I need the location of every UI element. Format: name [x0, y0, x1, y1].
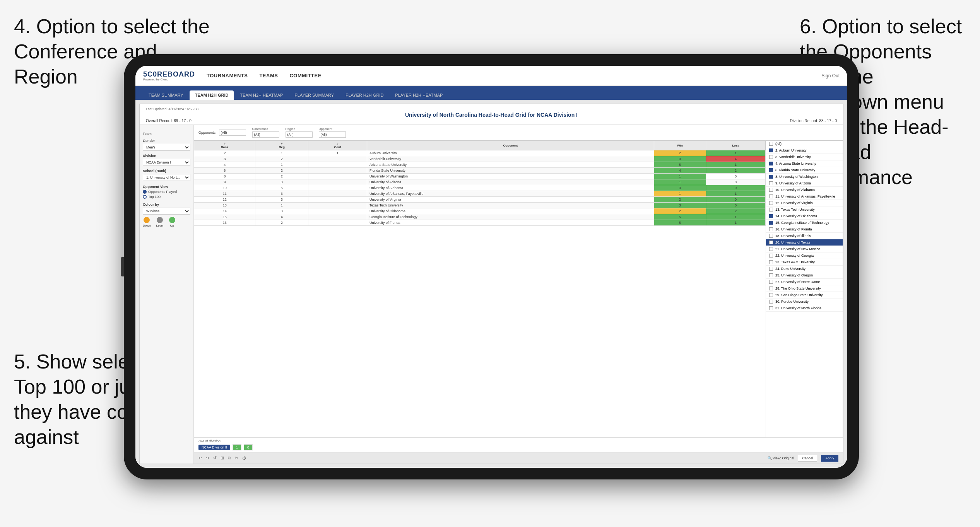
cell-rank: 3 [194, 156, 255, 162]
cell-loss: 0 [706, 203, 765, 208]
cell-win: 4 [654, 168, 706, 174]
dropdown-item[interactable]: 31. University of North Florida [766, 305, 843, 312]
dropdown-item[interactable]: 6. Florida State University [766, 167, 843, 174]
cell-opponent: University of Washington [367, 174, 654, 179]
cell-opponent: University of Alabama [367, 185, 654, 191]
dropdown-item[interactable]: 9. University of Arizona [766, 180, 843, 187]
top-100-radio[interactable]: Top 100 [143, 195, 190, 199]
cell-conf: 1 [308, 150, 367, 156]
tab-player-h2h-heatmap[interactable]: PLAYER H2H HEATMAP [390, 90, 448, 100]
dropdown-checkbox [769, 155, 773, 159]
tab-team-h2h-heatmap[interactable]: TEAM H2H HEATMAP [234, 90, 288, 100]
top-nav-items: TOURNAMENTS TEAMS COMMITTEE [207, 71, 821, 80]
cell-win: 1 [654, 174, 706, 179]
dropdown-item[interactable]: 10. University of Alabama [766, 187, 843, 193]
clock-icon[interactable]: ⏱ [242, 456, 246, 460]
table-row: 11 6 University of Arkansas, Fayettevill… [194, 191, 766, 197]
undo-icon[interactable]: ↩ [198, 455, 202, 460]
dropdown-item[interactable]: 11. University of Arkansas, Fayetteville [766, 193, 843, 200]
dropdown-item[interactable]: 13. Texas Tech University [766, 206, 843, 213]
main-content: Last Updated: 4/11/2024 16:55:38 Univers… [135, 100, 847, 468]
dropdown-item[interactable]: 22. University of Georgia [766, 252, 843, 259]
cell-conf [308, 197, 367, 203]
dropdown-checkbox [769, 148, 773, 152]
top-100-dot [143, 195, 147, 199]
cell-loss: 1 [706, 220, 765, 226]
cell-conf [308, 174, 367, 179]
nav-teams[interactable]: TEAMS [259, 71, 278, 80]
dropdown-item[interactable]: 12. University of Virginia [766, 200, 843, 206]
cell-rank: 10 [194, 185, 255, 191]
dropdown-item[interactable]: 20. University of Texas [766, 239, 843, 246]
legend: Down Level Up [143, 217, 190, 227]
cell-reg: 4 [255, 214, 308, 220]
dropdown-item-label: 2. Auburn University [775, 148, 807, 152]
apply-button[interactable]: Apply [821, 455, 838, 462]
opponents-filter-select[interactable]: (All) [219, 130, 246, 136]
tab-team-summary[interactable]: TEAM SUMMARY [143, 90, 189, 100]
dropdown-item-label: 23. Texas A&M University [775, 260, 815, 264]
cell-rank: 6 [194, 168, 255, 174]
dropdown-item-label: 13. Texas Tech University [775, 208, 815, 211]
colour-select[interactable]: Win/loss [143, 208, 190, 215]
dropdown-item[interactable]: 18. University of Illinois [766, 233, 843, 239]
opponent-dropdown[interactable]: (All)2. Auburn University3. Vanderbilt U… [766, 140, 843, 437]
cell-conf [308, 162, 367, 168]
conference-filter-group: Conference (All) [252, 127, 279, 138]
nav-tournaments[interactable]: TOURNAMENTS [207, 71, 248, 80]
team-label: Team [143, 132, 190, 136]
cell-reg: 5 [255, 185, 308, 191]
dropdown-item[interactable]: 30. Purdue University [766, 298, 843, 305]
tablet-frame: 5C0REBOARD Powered by Cloud TOURNAMENTS … [124, 54, 859, 479]
sign-out-link[interactable]: Sign Out [821, 73, 840, 78]
out-div-row: NCAA Division II 1 0 [198, 444, 838, 450]
dropdown-item[interactable]: 25. University of Oregon [766, 272, 843, 279]
paste-icon[interactable]: ⧉ [228, 455, 231, 460]
dropdown-item[interactable]: 15. Georgia Institute of Technology [766, 220, 843, 226]
division-select[interactable]: NCAA Division I [143, 159, 190, 166]
division-label: Division [143, 154, 190, 158]
dropdown-item[interactable]: 14. University of Oklahoma [766, 213, 843, 220]
dropdown-item[interactable]: 24. Duke University [766, 266, 843, 272]
cancel-button[interactable]: Cancel [798, 455, 817, 462]
dropdown-item[interactable]: 27. University of Notre Dame [766, 279, 843, 285]
copy-icon[interactable]: ⊞ [221, 455, 224, 460]
opponents-played-radio[interactable]: Opponents Played [143, 190, 190, 194]
cell-opponent: University of Oklahoma [367, 208, 654, 214]
dropdown-item[interactable]: 29. San Diego State University [766, 292, 843, 298]
col-win: Win [654, 141, 706, 150]
refresh-icon[interactable]: ↺ [213, 455, 217, 460]
dropdown-item[interactable]: 3. Vanderbilt University [766, 154, 843, 160]
nav-committee[interactable]: COMMITTEE [289, 71, 322, 80]
tab-player-summary[interactable]: PLAYER SUMMARY [289, 90, 339, 100]
opponents-played-label: Opponents Played [148, 190, 177, 194]
redo-icon[interactable]: ↪ [206, 455, 209, 460]
scissors-icon[interactable]: ✂ [235, 455, 238, 460]
tab-team-h2h-grid[interactable]: TEAM H2H GRID [190, 90, 234, 100]
table-body: 2 1 1 Auburn University 2 1 3 2 Vanderbi… [194, 150, 766, 226]
dropdown-item[interactable]: 23. Texas A&M University [766, 259, 843, 266]
dropdown-item[interactable]: 4. Arizona State University [766, 160, 843, 167]
cell-win: 5 [654, 162, 706, 168]
school-select[interactable]: 1. University of Nort... [143, 174, 190, 181]
dropdown-checkbox [769, 254, 773, 258]
dropdown-item[interactable]: 8. University of Washington [766, 174, 843, 180]
gender-select[interactable]: Men's [143, 144, 190, 151]
tab-player-h2h-grid[interactable]: PLAYER H2H GRID [340, 90, 389, 100]
dropdown-item-label: 20. University of Texas [775, 240, 810, 244]
dropdown-item-label: 9. University of Arizona [775, 181, 811, 185]
dropdown-item[interactable]: 28. The Ohio State University [766, 285, 843, 292]
dropdown-item[interactable]: 2. Auburn University [766, 147, 843, 154]
table-row: 6 2 Florida State University 4 2 [194, 168, 766, 174]
logo-text: 5C0REBOARD [143, 70, 195, 78]
dropdown-item[interactable]: 16. University of Florida [766, 226, 843, 233]
dropdown-checkbox [769, 267, 773, 271]
region-filter-select[interactable]: (All) [286, 131, 313, 138]
colour-section: Colour by Win/loss Down [143, 203, 190, 227]
dropdown-item[interactable]: (All) [766, 141, 843, 147]
opponent-view-section: Opponent View Opponents Played Top 100 [143, 185, 190, 199]
conference-filter-select[interactable]: (All) [252, 131, 279, 138]
dropdown-item[interactable]: 21. University of New Mexico [766, 246, 843, 252]
right-content: Opponents: (All) Conference (All) [194, 125, 843, 464]
opponent-filter-select[interactable]: (All) [319, 131, 346, 138]
